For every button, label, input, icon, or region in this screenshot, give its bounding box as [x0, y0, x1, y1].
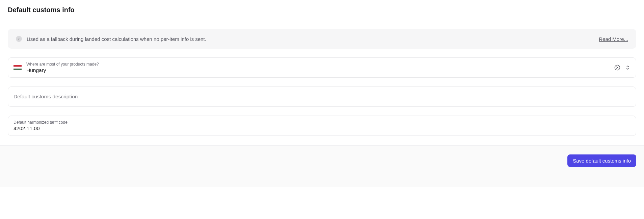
info-banner: i Used as a fallback during landed cost …: [8, 29, 636, 49]
content-area: i Used as a fallback during landed cost …: [0, 20, 644, 145]
description-input[interactable]: [14, 94, 630, 100]
country-field-body: Where are most of your products made? Hu…: [26, 62, 610, 73]
country-select-field[interactable]: Where are most of your products made? Hu…: [8, 57, 636, 78]
page-footer: Save default customs info: [0, 145, 644, 187]
page-header: Default customs info: [0, 0, 644, 20]
info-banner-text: Used as a fallback during landed cost ca…: [27, 36, 594, 42]
country-field-value: Hungary: [26, 67, 610, 73]
chevron-up-down-icon[interactable]: [625, 65, 630, 70]
save-button[interactable]: Save default customs info: [567, 154, 636, 167]
tariff-field[interactable]: Default harmonized tariff code: [8, 116, 636, 136]
flag-icon: [14, 65, 22, 70]
tariff-field-label: Default harmonized tariff code: [14, 120, 630, 125]
read-more-link[interactable]: Read More...: [599, 36, 628, 42]
tariff-input[interactable]: [14, 125, 630, 131]
clear-icon[interactable]: [614, 65, 620, 71]
description-field[interactable]: [8, 87, 636, 107]
info-icon: i: [16, 36, 22, 42]
country-field-actions: [614, 65, 630, 71]
page-title: Default customs info: [8, 6, 636, 14]
country-field-label: Where are most of your products made?: [26, 62, 610, 67]
tariff-field-body: Default harmonized tariff code: [14, 120, 630, 131]
